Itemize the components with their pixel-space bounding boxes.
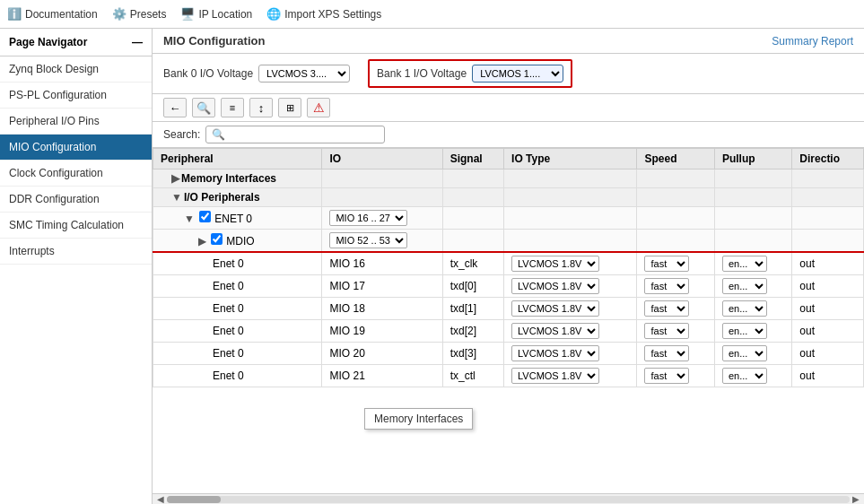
io-type-cell[interactable]: LVCMOS 1.8V bbox=[504, 320, 637, 343]
scroll-thumb[interactable] bbox=[167, 496, 221, 503]
table-row[interactable]: ▶ MDIO MIO 52 .. 53 bbox=[153, 230, 864, 253]
speed-cell[interactable]: fast bbox=[637, 252, 714, 275]
io-type-select[interactable]: LVCMOS 1.8V bbox=[511, 368, 599, 384]
pullup-select[interactable]: en... bbox=[722, 256, 767, 272]
scroll-left-arrow[interactable]: ◀ bbox=[154, 494, 167, 504]
col-io-type: IO Type bbox=[504, 149, 637, 169]
collapse-icon[interactable]: — bbox=[132, 36, 143, 48]
enet0-io-select[interactable]: MIO 16 .. 27 bbox=[329, 210, 407, 226]
io-type-cell[interactable]: LVCMOS 1.8V bbox=[504, 275, 637, 298]
table-row[interactable]: ▼I/O Peripherals bbox=[153, 188, 864, 207]
col-speed: Speed bbox=[637, 149, 714, 169]
bank0-select[interactable]: LVCMOS 3.... LVCMOS 1.8V LVCMOS 2.5V bbox=[258, 65, 350, 83]
speed-select[interactable]: fast bbox=[644, 278, 689, 294]
table-row[interactable]: ▼ ENET 0 MIO 16 .. 27 bbox=[153, 207, 864, 230]
peripheral-cell: Enet 0 bbox=[153, 298, 322, 320]
pullup-cell[interactable]: en... bbox=[714, 343, 791, 365]
sidebar-item-ps-pl[interactable]: PS-PL Configuration bbox=[0, 83, 152, 109]
import-xps-btn[interactable]: 🌐 Import XPS Settings bbox=[266, 7, 381, 21]
io-type-cell[interactable]: LVCMOS 1.8V bbox=[504, 298, 637, 320]
pullup-cell[interactable]: en... bbox=[714, 365, 791, 387]
io-cell[interactable]: MIO 52 .. 53 bbox=[322, 230, 442, 253]
speed-cell[interactable]: fast bbox=[637, 320, 714, 343]
mdio-io-select[interactable]: MIO 52 .. 53 bbox=[329, 232, 407, 248]
speed-select[interactable]: fast bbox=[644, 300, 689, 317]
speed-cell[interactable]: fast bbox=[637, 275, 714, 298]
pullup-cell[interactable]: en... bbox=[714, 252, 791, 275]
ip-location-label: IP Location bbox=[198, 8, 252, 21]
sidebar-item-zynq[interactable]: Zynq Block Design bbox=[0, 56, 152, 83]
documentation-btn[interactable]: ℹ️ Documentation bbox=[7, 7, 98, 21]
speed-select[interactable]: fast bbox=[644, 345, 689, 361]
sidebar-item-peripheral-io[interactable]: Peripheral I/O Pins bbox=[0, 109, 152, 135]
enet0-checkbox[interactable] bbox=[199, 211, 211, 222]
speed-cell[interactable]: fast bbox=[637, 343, 714, 365]
signal-cell: txd[0] bbox=[442, 275, 503, 298]
expand-icon[interactable]: ▶ bbox=[198, 235, 206, 248]
io-type-cell bbox=[504, 207, 637, 230]
sidebar-item-clock[interactable]: Clock Configuration bbox=[0, 161, 152, 187]
col-io: IO bbox=[322, 149, 442, 169]
back-button[interactable]: ← bbox=[163, 98, 187, 117]
io-type-select[interactable]: LVCMOS 1.8V bbox=[511, 345, 599, 361]
pullup-cell bbox=[714, 188, 791, 207]
sidebar-item-mio-config[interactable]: MIO Configuration bbox=[0, 135, 152, 161]
signal-cell: tx_ctl bbox=[442, 365, 503, 387]
speed-select[interactable]: fast bbox=[644, 256, 689, 272]
pullup-cell[interactable]: en... bbox=[714, 320, 791, 343]
io-cell[interactable]: MIO 16 .. 27 bbox=[322, 207, 442, 230]
io-cell: MIO 21 bbox=[322, 365, 442, 387]
warning-button[interactable]: ⚠ bbox=[307, 98, 330, 117]
sidebar-item-smc[interactable]: SMC Timing Calculation bbox=[0, 213, 152, 239]
io-cell: MIO 16 bbox=[322, 252, 442, 275]
signal-cell bbox=[442, 188, 503, 207]
sort-button[interactable]: ↕ bbox=[249, 98, 273, 117]
table-row[interactable]: ▶Memory Interfaces bbox=[153, 169, 864, 188]
search-button[interactable]: 🔍 bbox=[192, 98, 215, 117]
speed-select[interactable]: fast bbox=[644, 368, 689, 384]
speed-cell bbox=[637, 230, 714, 253]
mdio-checkbox[interactable] bbox=[211, 233, 223, 245]
pullup-cell[interactable]: en... bbox=[714, 275, 791, 298]
pullup-cell[interactable]: en... bbox=[714, 298, 791, 320]
io-type-cell[interactable]: LVCMOS 1.8V bbox=[504, 365, 637, 387]
sidebar-header: Page Navigator — bbox=[0, 29, 152, 56]
table-row: Enet 0 MIO 16 tx_clk LVCMOS 1.8V fast bbox=[153, 252, 864, 275]
filter-button[interactable]: ≡ bbox=[221, 98, 244, 117]
pullup-select[interactable]: en... bbox=[722, 300, 767, 317]
direction-cell bbox=[792, 207, 864, 230]
scroll-track[interactable] bbox=[167, 496, 850, 503]
speed-cell[interactable]: fast bbox=[637, 298, 714, 320]
presets-btn[interactable]: ⚙️ Presets bbox=[112, 7, 167, 21]
sidebar-item-ddr[interactable]: DDR Configuration bbox=[0, 187, 152, 213]
io-type-cell[interactable]: LVCMOS 1.8V bbox=[504, 343, 637, 365]
table-container[interactable]: Peripheral IO Signal IO Type Speed Pullu… bbox=[153, 148, 864, 493]
speed-select[interactable]: fast bbox=[644, 323, 689, 339]
expand-icon[interactable]: ▶ bbox=[171, 172, 179, 185]
io-type-select[interactable]: LVCMOS 1.8V bbox=[511, 300, 599, 317]
grid-button[interactable]: ⊞ bbox=[278, 98, 301, 117]
io-type-select[interactable]: LVCMOS 1.8V bbox=[511, 278, 599, 294]
expand-icon[interactable]: ▼ bbox=[184, 213, 195, 225]
col-signal: Signal bbox=[442, 149, 503, 169]
search-input[interactable] bbox=[229, 128, 379, 141]
ip-location-btn[interactable]: 🖥️ IP Location bbox=[180, 7, 252, 21]
pullup-select[interactable]: en... bbox=[722, 278, 767, 294]
speed-cell[interactable]: fast bbox=[637, 365, 714, 387]
pullup-select[interactable]: en... bbox=[722, 323, 767, 339]
pullup-select[interactable]: en... bbox=[722, 368, 767, 384]
sidebar-item-interrupts[interactable]: Interrupts bbox=[0, 239, 152, 265]
table-row: Enet 0 MIO 18 txd[1] LVCMOS 1.8V fast bbox=[153, 298, 864, 320]
summary-report-link[interactable]: Summary Report bbox=[772, 35, 853, 48]
expand-icon[interactable]: ▼ bbox=[171, 191, 182, 204]
table-header-row: Peripheral IO Signal IO Type Speed Pullu… bbox=[153, 149, 864, 169]
pullup-select[interactable]: en... bbox=[722, 345, 767, 361]
io-type-select[interactable]: LVCMOS 1.8V bbox=[511, 323, 599, 339]
horizontal-scrollbar[interactable]: ◀ ▶ bbox=[153, 493, 864, 504]
io-type-cell[interactable]: LVCMOS 1.8V bbox=[504, 252, 637, 275]
io-type-select[interactable]: LVCMOS 1.8V bbox=[511, 256, 599, 272]
scroll-right-arrow[interactable]: ▶ bbox=[850, 494, 862, 504]
bank1-select[interactable]: LVCMOS 1.... LVCMOS 1.8V LVCMOS 2.5V LVC… bbox=[472, 65, 563, 83]
top-bar: ℹ️ Documentation ⚙️ Presets 🖥️ IP Locati… bbox=[0, 0, 864, 29]
search-input-wrapper[interactable]: 🔍 bbox=[205, 126, 385, 143]
